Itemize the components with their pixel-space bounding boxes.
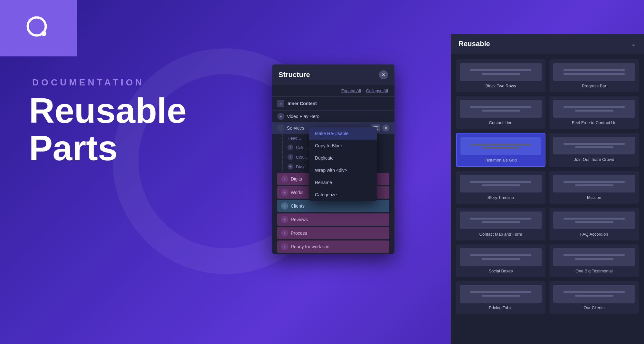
plus-icon[interactable]: +	[288, 164, 293, 170]
block-label: Testimonials Grid	[485, 158, 517, 162]
inner-content-row: ≡ Inner Content	[272, 97, 394, 111]
inner-content-icon: ≡	[277, 100, 284, 107]
block-item[interactable]: FAQ Accordion	[549, 208, 639, 241]
title-line2: Parts	[29, 128, 118, 168]
reusable-header: Reusable ⌄	[451, 34, 644, 54]
context-item-label-duplicate: Duplicate	[315, 155, 334, 161]
context-item-label-categorize: Categorize	[315, 192, 337, 197]
plus-icon[interactable]: +	[281, 216, 288, 223]
context-item-label-make-reusable: Make Re-Usable	[315, 131, 348, 136]
close-button[interactable]: ✕	[379, 70, 388, 79]
tree-label-clients: Clients	[291, 203, 305, 209]
block-item[interactable]: Social Boxes	[456, 244, 545, 277]
remove-button[interactable]: ✕	[382, 124, 389, 132]
expand-all-link[interactable]: Expand All	[341, 88, 361, 93]
plus-icon[interactable]: +	[281, 175, 288, 182]
plus-icon[interactable]: +	[281, 189, 288, 196]
block-thumb	[553, 137, 635, 154]
block-label: Join Our Team Crowd	[574, 157, 614, 162]
plus-icon[interactable]: +	[281, 243, 288, 250]
block-thumb	[460, 100, 542, 118]
block-label: Mission	[587, 195, 601, 200]
tree-label-reviews: Reviews	[291, 217, 308, 222]
plus-icon[interactable]: +	[288, 144, 293, 150]
block-label: Block Two Rows	[485, 84, 516, 88]
tree-label-digits: Digits	[291, 176, 302, 182]
block-label: Feel Free to Contact Us	[572, 120, 616, 125]
context-menu-item-rename[interactable]: Rename	[309, 176, 377, 189]
reusable-grid: Block Two Rows Progress Bar Contact Line…	[451, 54, 644, 319]
block-thumb	[460, 63, 542, 81]
context-menu-item-categorize[interactable]: Categorize	[309, 189, 377, 201]
plus-icon[interactable]: +	[281, 202, 288, 210]
context-item-label-wrap-div: Wrap with <div>	[315, 168, 347, 173]
context-menu: Make Re-Usable Copy to Block Duplicate W…	[309, 127, 377, 201]
block-item[interactable]: Contact Line	[456, 96, 545, 129]
title-line1: Reusable	[29, 91, 186, 130]
reusable-panel-title: Reusable	[459, 40, 490, 48]
tree-item-reviews[interactable]: + Reviews	[277, 213, 389, 226]
tree-label-process: Process	[291, 231, 307, 236]
block-label: Our Clients	[583, 305, 604, 310]
context-item-label-rename: Rename	[315, 180, 332, 185]
block-item[interactable]: Contact Map and Form	[456, 208, 545, 241]
block-label: Social Boxes	[488, 269, 513, 273]
logo-box	[0, 0, 77, 56]
block-thumb	[460, 175, 542, 192]
tree-item-clients[interactable]: + Clients	[277, 200, 389, 212]
block-item-highlighted[interactable]: Testimonials Grid	[456, 133, 545, 167]
block-thumb	[460, 285, 542, 303]
block-label: Story Timeline	[488, 195, 514, 200]
tree-label-head: Head...	[288, 136, 301, 141]
block-item[interactable]: Our Clients	[549, 281, 639, 314]
block-thumb	[460, 248, 542, 266]
block-thumb	[460, 137, 541, 155]
block-label: Pricing Table	[489, 305, 513, 310]
plus-icon[interactable]: +	[281, 230, 288, 237]
block-thumb	[553, 63, 635, 81]
block-label: Contact Map and Form	[479, 232, 522, 237]
context-menu-item-wrap-div[interactable]: Wrap with <div>	[309, 164, 377, 176]
page-title: Reusable Parts	[29, 92, 186, 166]
svg-rect-2	[374, 126, 378, 127]
block-item[interactable]: Progress Bar	[549, 59, 639, 92]
block-thumb	[553, 285, 635, 303]
section-clients-wrapper: + Clients	[272, 200, 394, 212]
tree-item-video-play-hero[interactable]: + Video Play Hero	[272, 111, 394, 122]
block-item[interactable]: Pricing Table	[456, 281, 545, 314]
svg-point-1	[41, 31, 46, 36]
block-item[interactable]: One Big Testimonial	[549, 244, 639, 277]
section-reviews-wrapper: + Reviews	[272, 213, 394, 226]
tree-label-colu2: Colu...	[296, 155, 308, 160]
section-ready-wrapper: + Ready for work line	[272, 241, 394, 253]
block-label: One Big Testimonial	[575, 269, 612, 273]
reusable-panel: Reusable ⌄ Block Two Rows Progress Bar C…	[451, 34, 644, 344]
context-item-label-copy-to-block: Copy to Block	[315, 143, 343, 148]
tree-item-process[interactable]: + Process	[277, 227, 389, 239]
tree-label-works: Works	[291, 190, 303, 195]
block-item[interactable]: Block Two Rows	[456, 59, 545, 92]
tree-label-video-play-hero: Video Play Hero	[287, 114, 389, 119]
block-item[interactable]: Mission	[549, 171, 639, 204]
block-thumb	[553, 211, 635, 229]
minus-icon[interactable]: −	[277, 124, 284, 132]
doc-label: DOCUMENTATION	[32, 77, 145, 88]
block-item[interactable]: Join Our Team Crowd	[549, 133, 639, 167]
block-thumb	[553, 175, 635, 192]
block-item[interactable]: Feel Free to Contact Us	[549, 96, 639, 129]
reusable-chevron-icon[interactable]: ⌄	[631, 40, 636, 48]
block-thumb	[460, 211, 542, 229]
tree-item-ready[interactable]: + Ready for work line	[277, 241, 389, 253]
block-item[interactable]: Story Timeline	[456, 171, 545, 204]
context-menu-item-make-reusable[interactable]: Make Re-Usable	[309, 127, 377, 140]
plus-icon[interactable]: +	[277, 113, 284, 120]
collapse-all-link[interactable]: Collapse All	[366, 88, 388, 93]
context-menu-item-copy-to-block[interactable]: Copy to Block	[309, 140, 377, 152]
context-menu-item-duplicate[interactable]: Duplicate	[309, 152, 377, 164]
tree-label-colu1: Colu...	[296, 145, 308, 150]
plus-icon[interactable]: +	[288, 154, 293, 160]
logo-icon	[26, 15, 52, 41]
structure-modal-header: Structure ✕	[272, 64, 394, 85]
inner-content-label: Inner Content	[288, 101, 317, 106]
block-thumb	[553, 100, 635, 118]
